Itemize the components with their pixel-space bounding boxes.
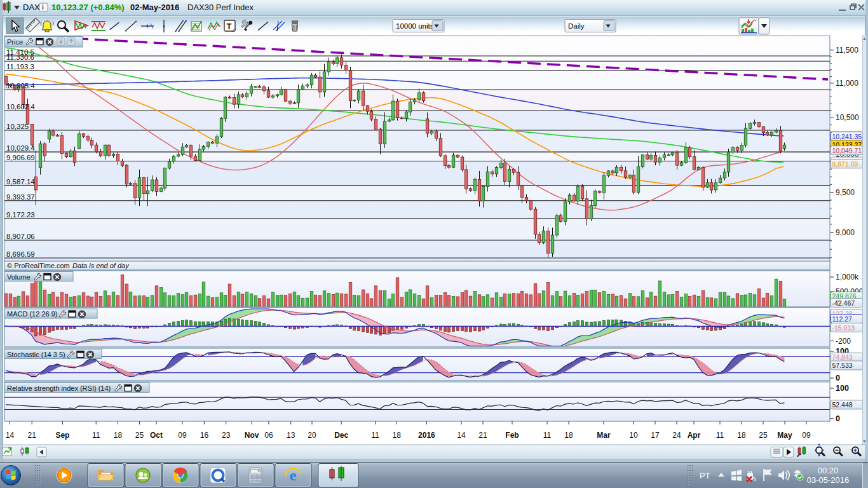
svg-text:10,123.27 (+0.84%): 10,123.27 (+0.84%) bbox=[51, 3, 125, 12]
svg-text:09: 09 bbox=[802, 431, 811, 440]
svg-text:09: 09 bbox=[178, 431, 187, 440]
svg-text:Daily: Daily bbox=[568, 22, 585, 30]
svg-text:9,906.69: 9,906.69 bbox=[6, 154, 35, 161]
svg-text:11,193.3: 11,193.3 bbox=[6, 63, 34, 71]
svg-text:© ProRealTime.com: © ProRealTime.com bbox=[7, 262, 70, 269]
svg-text:Price: Price bbox=[7, 38, 23, 46]
svg-text:Stochastic (14 3 5): Stochastic (14 3 5) bbox=[7, 351, 65, 358]
svg-text:10,241.35: 10,241.35 bbox=[832, 133, 862, 140]
svg-text:Mar: Mar bbox=[597, 431, 611, 440]
svg-text:-200: -200 bbox=[836, 337, 851, 346]
svg-text:DAX30 Perf Index: DAX30 Perf Index bbox=[187, 3, 254, 12]
svg-text:18: 18 bbox=[393, 431, 402, 440]
svg-text:PT: PT bbox=[700, 471, 710, 480]
svg-text:9,500: 9,500 bbox=[836, 188, 855, 197]
svg-text:-42.467: -42.467 bbox=[832, 299, 855, 307]
svg-text:Oct: Oct bbox=[150, 431, 163, 440]
svg-text:11,000: 11,000 bbox=[836, 79, 858, 88]
svg-text:24: 24 bbox=[672, 431, 681, 440]
svg-text:T: T bbox=[227, 22, 232, 31]
svg-text:02-May-2016: 02-May-2016 bbox=[130, 3, 179, 12]
svg-text:-15.013: -15.013 bbox=[832, 324, 855, 332]
svg-text:20: 20 bbox=[308, 431, 316, 440]
svg-text:11: 11 bbox=[716, 431, 724, 440]
svg-text:10000 units: 10000 units bbox=[396, 22, 434, 30]
svg-text:16: 16 bbox=[200, 431, 209, 440]
svg-text:21: 21 bbox=[28, 431, 37, 440]
svg-text:10,500: 10,500 bbox=[836, 113, 859, 122]
svg-text:i: i bbox=[42, 4, 44, 11]
svg-text:Volume: Volume bbox=[7, 273, 31, 281]
svg-text:9,871.09: 9,871.09 bbox=[832, 160, 858, 168]
svg-text:Data is end of day: Data is end of day bbox=[72, 262, 130, 269]
svg-text:10,325: 10,325 bbox=[6, 123, 29, 130]
svg-text:74.843: 74.843 bbox=[832, 353, 853, 361]
svg-text:9,393.37: 9,393.37 bbox=[6, 193, 35, 201]
svg-text:Apr: Apr bbox=[688, 431, 701, 440]
svg-text:11: 11 bbox=[92, 431, 100, 440]
svg-text:17: 17 bbox=[651, 431, 660, 440]
svg-text:9,587.14: 9,587.14 bbox=[6, 178, 35, 186]
svg-text:03-05-2016: 03-05-2016 bbox=[807, 475, 850, 485]
svg-text:13: 13 bbox=[287, 431, 295, 440]
svg-text:18: 18 bbox=[114, 431, 123, 440]
svg-text:00:20: 00:20 bbox=[818, 466, 839, 475]
svg-text:1,000k: 1,000k bbox=[836, 273, 859, 281]
svg-text:10,602.4: 10,602.4 bbox=[6, 103, 35, 111]
svg-text:11: 11 bbox=[543, 431, 552, 440]
svg-text:11,330.6: 11,330.6 bbox=[6, 53, 34, 61]
svg-text:2016: 2016 bbox=[418, 431, 435, 440]
svg-text:Sep: Sep bbox=[55, 431, 69, 440]
svg-text:0: 0 bbox=[836, 414, 840, 423]
svg-text:11,500: 11,500 bbox=[836, 46, 858, 55]
svg-text:0: 0 bbox=[836, 374, 840, 383]
svg-text:21: 21 bbox=[478, 431, 487, 440]
svg-text:Relative strength index (RSI): Relative strength index (RSI) (14) bbox=[7, 384, 111, 392]
svg-text:112.27: 112.27 bbox=[832, 315, 852, 323]
svg-text:23: 23 bbox=[222, 431, 231, 440]
svg-text:9,000: 9,000 bbox=[836, 228, 855, 237]
svg-text:DAX: DAX bbox=[23, 3, 40, 12]
svg-text:25: 25 bbox=[759, 431, 768, 440]
svg-text:57.533: 57.533 bbox=[832, 362, 853, 369]
svg-text:18: 18 bbox=[737, 431, 746, 440]
svg-text:May: May bbox=[777, 431, 792, 440]
svg-text:11: 11 bbox=[371, 431, 379, 440]
svg-text:10,029.4: 10,029.4 bbox=[6, 144, 35, 152]
svg-text:10,905.4: 10,905.4 bbox=[6, 82, 35, 90]
svg-text:25: 25 bbox=[135, 431, 144, 440]
svg-text:8,696.59: 8,696.59 bbox=[6, 250, 35, 258]
svg-text:Feb: Feb bbox=[505, 431, 519, 440]
svg-text:MACD (12 26 9): MACD (12 26 9) bbox=[7, 310, 57, 318]
svg-text:18: 18 bbox=[564, 431, 573, 440]
svg-text:52.448: 52.448 bbox=[832, 401, 853, 409]
svg-text:8,907.06: 8,907.06 bbox=[6, 233, 35, 240]
svg-text:Nov: Nov bbox=[245, 431, 259, 440]
svg-text:10: 10 bbox=[629, 431, 638, 440]
svg-text:9,172.23: 9,172.23 bbox=[6, 211, 35, 219]
svg-text:100: 100 bbox=[836, 384, 849, 393]
svg-text:06: 06 bbox=[264, 431, 273, 440]
svg-text:14: 14 bbox=[6, 431, 15, 440]
svg-text:0: 0 bbox=[258, 469, 260, 473]
svg-text:Dec: Dec bbox=[334, 431, 348, 440]
svg-text:10,049.71: 10,049.71 bbox=[832, 147, 862, 154]
svg-text:14: 14 bbox=[457, 431, 466, 440]
